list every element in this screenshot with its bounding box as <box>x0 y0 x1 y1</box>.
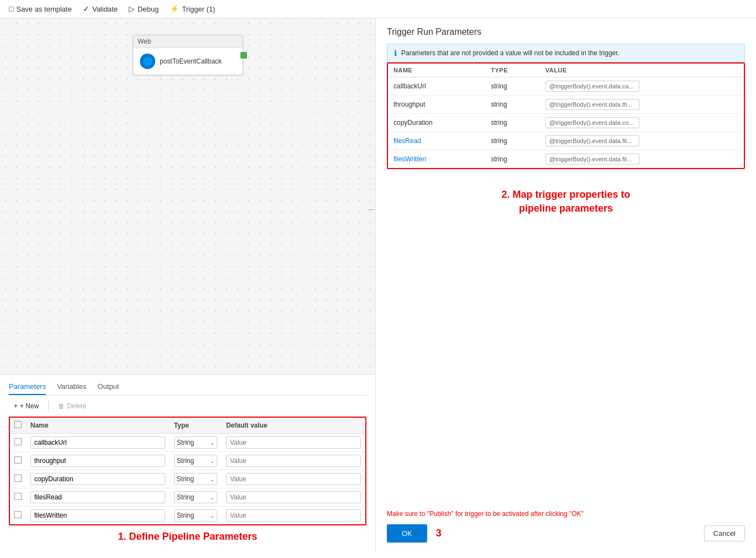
cancel-button[interactable]: Cancel <box>704 525 745 541</box>
trigger-row-name: filesRead <box>388 132 485 150</box>
trigger-row-type: string <box>485 114 540 132</box>
trigger-table-wrapper: NAME TYPE VALUE callbackUrl string <box>387 62 745 169</box>
tab-variables[interactable]: Variables <box>57 380 86 395</box>
row-type-cell: String ⌄ <box>170 434 222 452</box>
panel-title: Trigger Run Parameters <box>387 27 745 37</box>
node-title: postToEventCallback <box>160 57 222 65</box>
trigger-value-input[interactable] <box>545 81 639 92</box>
trigger-table: NAME TYPE VALUE callbackUrl string <box>388 64 744 168</box>
trigger-button[interactable]: ⚡ Trigger (1) <box>170 4 215 13</box>
trigger-table-row: callbackUrl string <box>388 77 744 96</box>
left-panel: Web 🌐 postToEventCallback — Parameters V… <box>0 18 376 551</box>
params-toolbar: + + New 🗑 Delete <box>9 400 366 412</box>
collapse-bar[interactable]: — <box>366 205 375 214</box>
param-name-input[interactable] <box>30 455 165 467</box>
right-footer: Make sure to "Publish" for trigger to be… <box>387 501 745 543</box>
trigger-header-value: VALUE <box>540 64 744 77</box>
row-checkbox-cell <box>10 470 26 488</box>
row-value-cell <box>222 470 365 488</box>
header-type: Type <box>170 418 222 434</box>
param-type-select[interactable]: String ⌄ <box>174 509 217 522</box>
param-value-input[interactable] <box>226 455 361 467</box>
row-type-cell: String ⌄ <box>170 488 222 507</box>
trigger-row-value <box>540 114 744 132</box>
row-checkbox-cell <box>10 434 26 452</box>
delete-param-button[interactable]: 🗑 Delete <box>53 400 91 412</box>
info-banner: ℹ Parameters that are not provided a val… <box>387 44 745 62</box>
trigger-value-input[interactable] <box>545 99 639 110</box>
table-row: String ⌄ <box>10 452 365 470</box>
trigger-row-type: string <box>485 96 540 114</box>
row-checkbox[interactable] <box>14 438 22 445</box>
row-checkbox[interactable] <box>14 511 22 518</box>
trigger-row-value <box>540 150 744 169</box>
params-table-wrapper: Name Type Default value <box>9 417 366 525</box>
row-checkbox[interactable] <box>14 493 22 500</box>
ok-button[interactable]: OK <box>388 525 426 541</box>
table-row: String ⌄ <box>10 488 365 507</box>
param-value-input[interactable] <box>226 473 361 485</box>
chevron-down-icon: ⌄ <box>210 513 214 519</box>
right-panel: Trigger Run Parameters ℹ Parameters that… <box>376 18 756 551</box>
row-type-cell: String ⌄ <box>170 470 222 488</box>
row-name-cell <box>26 507 170 525</box>
divider <box>48 401 49 411</box>
row-value-cell <box>222 434 365 452</box>
trigger-header-name: NAME <box>388 64 485 77</box>
row-checkbox[interactable] <box>14 456 22 464</box>
param-value-input[interactable] <box>226 491 361 503</box>
step2-annotation: 2. Map trigger properties topipeline par… <box>387 177 745 221</box>
plus-icon: + <box>14 402 18 410</box>
chevron-down-icon: ⌄ <box>210 440 214 446</box>
footer-buttons: OK 3 Cancel <box>387 524 745 543</box>
row-name-cell <box>26 434 170 452</box>
validate-icon: ✓ <box>83 4 90 13</box>
node-connector <box>240 52 247 59</box>
tab-output[interactable]: Output <box>97 380 119 395</box>
validate-button[interactable]: ✓ Validate <box>83 4 118 13</box>
node-body: 🌐 postToEventCallback <box>133 48 243 75</box>
trigger-row-name: filesWritten <box>388 150 485 169</box>
row-value-cell <box>222 507 365 525</box>
trigger-row-value <box>540 132 744 150</box>
trigger-row-name: callbackUrl <box>388 77 485 96</box>
canvas-area: Web 🌐 postToEventCallback — <box>0 18 375 374</box>
save-template-button[interactable]: □ Save as template <box>9 4 72 13</box>
main-container: Web 🌐 postToEventCallback — Parameters V… <box>0 18 756 551</box>
trigger-value-input[interactable] <box>545 117 639 128</box>
param-name-input[interactable] <box>30 473 165 485</box>
trigger-row-name: copyDuration <box>388 114 485 132</box>
toolbar: □ Save as template ✓ Validate ▷ Debug ⚡ … <box>0 0 756 18</box>
trigger-row-type: string <box>485 132 540 150</box>
row-checkbox[interactable] <box>14 475 22 482</box>
trigger-table-row: filesWritten string <box>388 150 744 169</box>
param-name-input[interactable] <box>30 436 165 449</box>
row-checkbox-cell <box>10 507 26 525</box>
debug-button[interactable]: ▷ Debug <box>129 4 159 13</box>
trigger-value-input[interactable] <box>545 154 639 165</box>
param-name-input[interactable] <box>30 509 165 522</box>
tabs-row: Parameters Variables Output <box>9 380 366 396</box>
debug-icon: ▷ <box>129 4 135 13</box>
param-value-input[interactable] <box>226 436 361 449</box>
param-type-select[interactable]: String ⌄ <box>174 473 217 485</box>
param-name-input[interactable] <box>30 491 165 503</box>
publish-warning: Make sure to "Publish" for trigger to be… <box>387 510 745 518</box>
header-checkbox-col <box>10 418 26 434</box>
param-type-select[interactable]: String ⌄ <box>174 455 217 467</box>
new-param-button[interactable]: + + New <box>9 400 44 412</box>
params-table: Name Type Default value <box>10 418 365 524</box>
step3-label: 3 <box>436 528 442 539</box>
row-value-cell <box>222 488 365 507</box>
row-type-cell: String ⌄ <box>170 452 222 470</box>
select-all-checkbox[interactable] <box>14 421 22 428</box>
trigger-table-row: copyDuration string <box>388 114 744 132</box>
param-type-select[interactable]: String ⌄ <box>174 491 217 503</box>
tab-parameters[interactable]: Parameters <box>9 380 46 395</box>
trigger-table-row: throughput string <box>388 96 744 114</box>
param-value-input[interactable] <box>226 509 361 522</box>
chevron-down-icon: ⌄ <box>210 494 214 501</box>
node-header: Web <box>133 35 243 48</box>
trigger-value-input[interactable] <box>545 135 639 146</box>
param-type-select[interactable]: String ⌄ <box>174 436 217 449</box>
